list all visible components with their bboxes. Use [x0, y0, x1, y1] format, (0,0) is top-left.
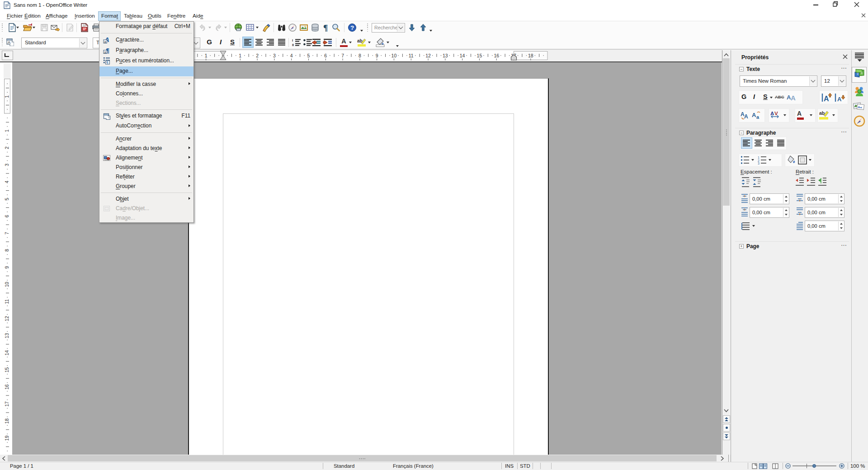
svg-text:¶: ¶: [106, 61, 108, 65]
svg-text:1: 1: [205, 53, 208, 58]
svg-text:I: I: [292, 38, 293, 42]
svg-text:5: 5: [307, 53, 310, 58]
svg-text:7: 7: [4, 232, 9, 235]
svg-text:1: 1: [239, 53, 241, 58]
svg-text:2: 2: [256, 53, 259, 58]
svg-text:A: A: [752, 112, 756, 118]
svg-text:5: 5: [4, 197, 9, 200]
svg-text:12: 12: [4, 316, 9, 321]
svg-text:4: 4: [290, 53, 293, 58]
svg-text:A: A: [837, 96, 842, 103]
svg-text:A: A: [824, 95, 829, 103]
svg-text:16: 16: [4, 384, 9, 390]
svg-text:?: ?: [350, 24, 354, 31]
svg-text:13: 13: [443, 53, 448, 58]
svg-text:9: 9: [376, 53, 378, 58]
svg-text:1: 1: [4, 129, 9, 132]
svg-text:3: 3: [273, 53, 276, 58]
svg-text:10: 10: [392, 53, 397, 58]
svg-text:9: 9: [4, 266, 9, 269]
svg-text:15: 15: [4, 367, 9, 372]
svg-text:18: 18: [4, 418, 9, 424]
svg-text:7: 7: [341, 53, 344, 58]
svg-text:15: 15: [477, 53, 482, 58]
svg-text:1: 1: [758, 156, 760, 159]
svg-text:a: a: [756, 114, 760, 120]
svg-text:6: 6: [324, 53, 327, 58]
svg-text:¶: ¶: [323, 23, 328, 32]
svg-text:A: A: [744, 113, 748, 120]
svg-text:14: 14: [4, 350, 9, 356]
svg-text:12: 12: [425, 53, 431, 58]
svg-text:10: 10: [4, 282, 9, 287]
svg-text:11: 11: [409, 53, 414, 58]
svg-text:17: 17: [4, 401, 9, 407]
svg-text:13: 13: [4, 333, 9, 338]
svg-text:19: 19: [4, 436, 9, 441]
svg-text:11: 11: [4, 299, 9, 304]
svg-text:1: 1: [4, 95, 9, 98]
svg-text:16: 16: [494, 53, 499, 58]
svg-text:II: II: [292, 43, 294, 47]
svg-text:3: 3: [758, 162, 760, 164]
svg-text:2: 2: [4, 146, 9, 149]
svg-text:8: 8: [4, 249, 9, 252]
svg-text:4: 4: [4, 181, 9, 183]
svg-text:3: 3: [4, 164, 9, 166]
svg-text:6: 6: [4, 215, 9, 217]
svg-text:8: 8: [359, 53, 361, 58]
svg-text:14: 14: [460, 53, 465, 58]
svg-text:18: 18: [528, 53, 533, 58]
svg-text:A: A: [8, 40, 10, 45]
svg-text:A: A: [791, 94, 796, 102]
